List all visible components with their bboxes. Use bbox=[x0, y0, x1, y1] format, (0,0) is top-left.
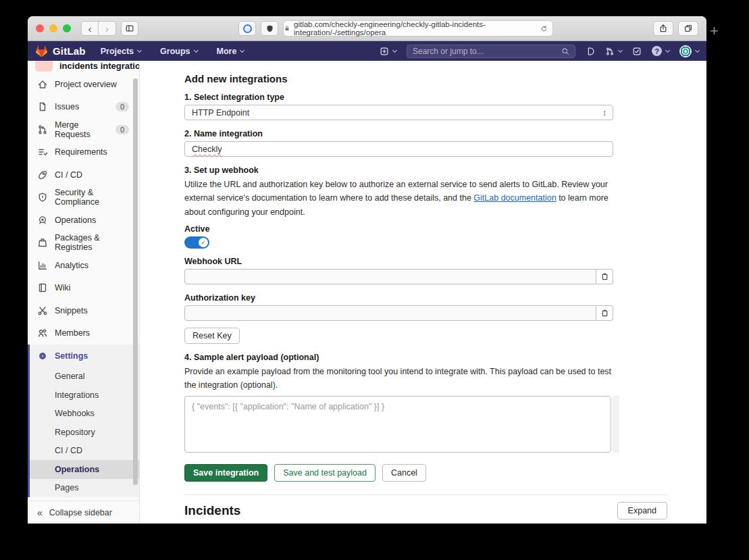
sidebar-item-label: Wiki bbox=[55, 283, 71, 292]
incidents-header: Incidents Expand bbox=[184, 502, 667, 519]
chevron-down-icon bbox=[618, 48, 623, 53]
webhook-url-group bbox=[184, 269, 613, 284]
sidebar-item-settings[interactable]: Settings bbox=[30, 345, 139, 367]
help-button[interactable]: ? bbox=[652, 46, 669, 56]
sidebar-item-packages-registries[interactable]: Packages & Registries bbox=[28, 232, 139, 255]
chevron-down-icon bbox=[193, 48, 198, 53]
extension-button-shield[interactable] bbox=[261, 21, 278, 36]
clipboard-icon bbox=[600, 272, 609, 281]
menu-groups[interactable]: Groups bbox=[160, 47, 197, 56]
sidebar-item-security-compliance[interactable]: Security & Compliance bbox=[28, 186, 139, 209]
sidebar-item-label: Members bbox=[55, 328, 90, 338]
page-body: incidents integration Project overviewIs… bbox=[28, 61, 706, 524]
gitlab-logo[interactable]: GitLab bbox=[35, 45, 86, 57]
sidebar-subitem-operations[interactable]: Operations bbox=[30, 460, 139, 479]
menu-projects[interactable]: Projects bbox=[101, 47, 141, 56]
gear-icon bbox=[37, 351, 48, 361]
sidebar-subitem-webhooks[interactable]: Webhooks bbox=[30, 405, 139, 424]
sidebar-subitem-repository[interactable]: Repository bbox=[30, 423, 139, 442]
back-button[interactable]: ‹ bbox=[81, 21, 99, 36]
sidebar-item-ci-cd[interactable]: CI / CD bbox=[28, 163, 139, 186]
sidebar-item-project-overview[interactable]: Project overview bbox=[28, 73, 139, 96]
issues-dashboard-button[interactable] bbox=[586, 47, 595, 56]
integration-type-value: HTTP Endpoint bbox=[192, 108, 249, 118]
zoom-window-button[interactable] bbox=[63, 24, 71, 32]
sidebar-item-merge-requests[interactable]: Merge Requests0 bbox=[28, 118, 139, 141]
new-menu-button[interactable] bbox=[380, 47, 396, 56]
tanuki-icon bbox=[35, 45, 48, 57]
webhook-url-input[interactable] bbox=[184, 269, 596, 284]
sidebar-item-snippets[interactable]: Snippets bbox=[28, 299, 139, 322]
copy-auth-key-button[interactable] bbox=[596, 305, 613, 321]
setup-webhook-label: 3. Set up webhook bbox=[184, 166, 706, 175]
sidebar-item-label: Security & Compliance bbox=[55, 188, 139, 207]
integration-name-label: 2. Name integration bbox=[184, 129, 706, 138]
integration-type-select[interactable]: HTTP Endpoint ↕ bbox=[184, 105, 613, 120]
integration-name-input[interactable]: Checkly bbox=[184, 141, 613, 157]
sidebar-scrollbar[interactable] bbox=[133, 78, 138, 485]
minimize-window-button[interactable] bbox=[49, 24, 57, 32]
cancel-button[interactable]: Cancel bbox=[382, 464, 426, 482]
close-window-button[interactable] bbox=[36, 24, 44, 32]
auth-key-input[interactable] bbox=[184, 305, 596, 321]
share-button[interactable] bbox=[653, 21, 673, 36]
copy-webhook-url-button[interactable] bbox=[596, 269, 613, 284]
extension-button-blue[interactable] bbox=[238, 21, 256, 36]
sidebar-item-label: Snippets bbox=[55, 306, 88, 315]
sidebar-item-requirements[interactable]: Requirements bbox=[28, 141, 139, 164]
user-menu-button[interactable] bbox=[679, 45, 699, 57]
new-tab-plus[interactable]: + bbox=[710, 22, 719, 40]
reset-key-button[interactable]: Reset Key bbox=[184, 328, 240, 344]
sidebar-subitem-integrations[interactable]: Integrations bbox=[30, 386, 139, 405]
auth-key-group bbox=[184, 305, 613, 321]
project-title-row[interactable]: incidents integration bbox=[28, 61, 139, 73]
sidebar-item-issues[interactable]: Issues0 bbox=[28, 96, 139, 119]
shield-icon bbox=[37, 192, 48, 203]
history-nav-buttons: ‹ › bbox=[81, 21, 116, 36]
todos-button[interactable] bbox=[632, 47, 642, 56]
collapse-chevrons-icon: « bbox=[37, 507, 43, 518]
browser-toolbar: ‹ › gitlab.com/checkly-engineering/check… bbox=[28, 16, 706, 41]
gitlab-documentation-link[interactable]: GitLab documentation bbox=[473, 193, 556, 203]
active-toggle[interactable]: ✓ bbox=[184, 236, 209, 249]
issues-icon bbox=[37, 101, 48, 112]
global-search-input[interactable]: Search or jump to... bbox=[407, 45, 575, 58]
project-title: incidents integration bbox=[59, 61, 140, 71]
textarea-scrollbar[interactable] bbox=[613, 396, 619, 453]
sidebar-item-members[interactable]: Members bbox=[28, 322, 139, 345]
payload-textarea[interactable]: { "events": [{ "application": "Name of a… bbox=[184, 396, 611, 453]
sidebar-item-analytics[interactable]: Analytics bbox=[28, 254, 139, 277]
sidebar-item-label: Project overview bbox=[55, 80, 117, 89]
sidebar-item-wiki[interactable]: Wiki bbox=[28, 277, 139, 300]
gitlab-logo-text: GitLab bbox=[53, 45, 86, 57]
sidebar-subitem-general[interactable]: General bbox=[30, 367, 139, 386]
gitlab-navbar: GitLab ProjectsGroupsMore Search or jump… bbox=[28, 41, 706, 61]
merge-request-icon bbox=[37, 124, 48, 135]
expand-incidents-button[interactable]: Expand bbox=[617, 502, 667, 519]
forward-button[interactable]: › bbox=[99, 21, 116, 36]
address-bar[interactable]: gitlab.com/checkly-engineering/checkly-g… bbox=[283, 20, 553, 36]
webhook-description: Utilize the URL and authorization key be… bbox=[184, 178, 622, 219]
traffic-lights bbox=[36, 24, 71, 32]
sidebar-subitem-pages[interactable]: Pages bbox=[30, 479, 139, 498]
tabs-overview-button[interactable] bbox=[678, 21, 698, 36]
chevron-down-icon bbox=[137, 48, 142, 53]
count-badge: 0 bbox=[115, 125, 129, 134]
refresh-icon[interactable] bbox=[540, 25, 548, 32]
select-arrows-icon: ↕ bbox=[602, 108, 606, 118]
sidebar-nav: Project overviewIssues0Merge Requests0Re… bbox=[28, 73, 139, 497]
navbar-right: Search or jump to... ? bbox=[380, 45, 699, 58]
collapse-sidebar-button[interactable]: « Collapse sidebar bbox=[28, 501, 139, 524]
sidebar-subitem-ci-cd[interactable]: CI / CD bbox=[30, 442, 139, 461]
save-integration-button[interactable]: Save integration bbox=[184, 464, 267, 482]
menu-more[interactable]: More bbox=[217, 47, 244, 56]
project-sidebar: incidents integration Project overviewIs… bbox=[28, 61, 140, 524]
rocket-icon bbox=[37, 170, 48, 180]
todo-check-icon bbox=[632, 47, 642, 56]
clipboard-icon bbox=[600, 309, 609, 317]
sidebar-item-operations[interactable]: Operations bbox=[28, 209, 139, 232]
save-and-test-button[interactable]: Save and test payload bbox=[274, 464, 376, 482]
sidebar-toggle-button[interactable] bbox=[121, 21, 138, 36]
merge-requests-button[interactable] bbox=[605, 47, 622, 56]
payload-description: Provide an example payload from the moni… bbox=[184, 365, 622, 392]
